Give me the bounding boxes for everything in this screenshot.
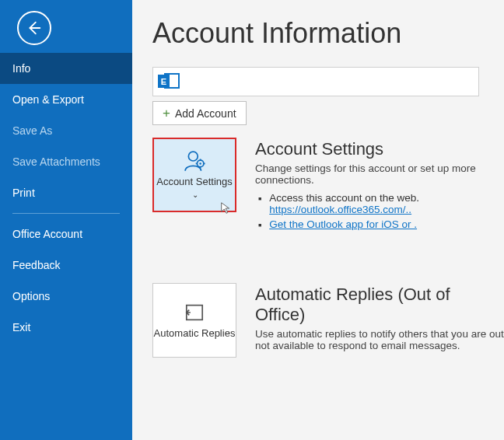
nav-item-office-account[interactable]: Office Account xyxy=(0,218,132,250)
bullet-mobile-app: Get the Outlook app for iOS or . xyxy=(258,218,504,230)
auto-reply-icon xyxy=(181,301,208,324)
automatic-replies-section: Automatic Replies Automatic Replies (Out… xyxy=(152,283,504,358)
back-button[interactable] xyxy=(17,11,51,45)
nav-item-save-as: Save As xyxy=(0,115,132,146)
nav-item-options[interactable]: Options xyxy=(0,281,132,312)
backstage-sidebar: Info Open & Export Save As Save Attachme… xyxy=(0,0,132,440)
account-settings-tile-label: Account Settings⌄ xyxy=(154,176,235,200)
svg-point-3 xyxy=(199,163,201,166)
add-account-label: Add Account xyxy=(175,107,236,120)
exchange-icon: E xyxy=(158,71,180,93)
nav-item-exit[interactable]: Exit xyxy=(0,312,132,343)
nav-item-save-attachments: Save Attachments xyxy=(0,146,132,177)
arrow-left-icon xyxy=(26,19,43,37)
chevron-down-icon: ⌄ xyxy=(192,190,198,200)
account-settings-heading: Account Settings xyxy=(255,139,504,159)
account-selector[interactable]: E xyxy=(152,67,479,96)
svg-point-1 xyxy=(188,152,198,162)
page-title: Account Information xyxy=(152,17,504,50)
backstage-view: Info Open & Export Save As Save Attachme… xyxy=(0,0,504,440)
backstage-content: Account Information E + Add Account xyxy=(132,0,504,440)
plus-icon: + xyxy=(163,107,170,120)
person-gear-icon xyxy=(181,149,208,173)
account-settings-tile[interactable]: Account Settings⌄ xyxy=(152,138,236,212)
nav-item-print[interactable]: Print xyxy=(0,177,132,208)
automatic-replies-desc: Use automatic replies to notify others t… xyxy=(255,328,504,351)
owa-link[interactable]: https://outlook.office365.com/.. xyxy=(269,204,411,215)
account-settings-desc: Change settings for this account or set … xyxy=(255,162,504,186)
add-account-button[interactable]: + Add Account xyxy=(152,101,247,125)
nav-item-info[interactable]: Info xyxy=(0,53,132,84)
sidebar-divider xyxy=(12,213,120,214)
automatic-replies-tile[interactable]: Automatic Replies xyxy=(152,283,236,358)
nav-item-open-export[interactable]: Open & Export xyxy=(0,84,132,115)
nav-item-feedback[interactable]: Feedback xyxy=(0,250,132,281)
account-settings-section: Account Settings⌄ Account Settings Chang… xyxy=(152,138,504,233)
bullet-web-access: Access this account on the web. https://… xyxy=(258,192,504,215)
automatic-replies-heading: Automatic Replies (Out of Office) xyxy=(255,285,504,325)
mobile-app-link[interactable]: Get the Outlook app for iOS or . xyxy=(269,218,417,230)
automatic-replies-tile-label: Automatic Replies xyxy=(154,327,236,340)
